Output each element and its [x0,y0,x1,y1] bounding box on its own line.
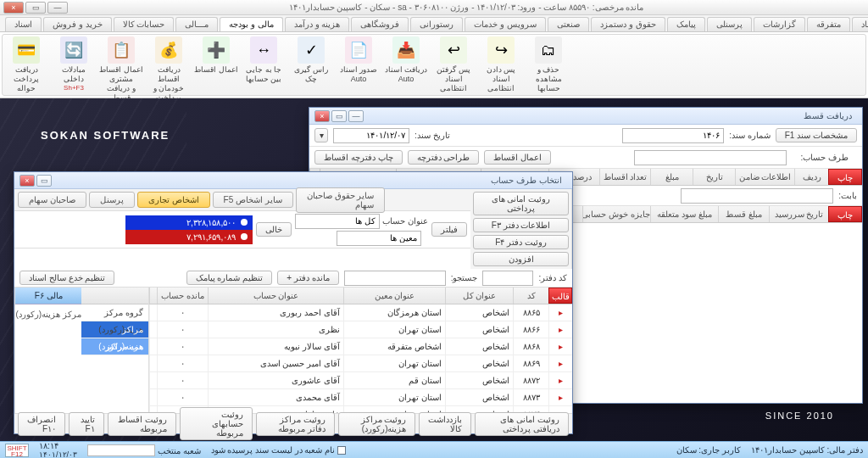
winB-max-button[interactable]: ▭ [36,175,52,187]
apply-installment-button[interactable]: اعمال اقساط [484,150,551,165]
footer-button[interactable]: بازدداشت کالا [419,412,471,436]
acct-tab[interactable]: سایر اشخاص F5 [213,192,293,208]
footer-button[interactable]: تایید F۱ [69,412,104,436]
footer-button[interactable]: روئیت امانی های دریافتی پرداختی [475,412,569,436]
shift-f12-badge[interactable]: SHIFTF12 [5,444,29,457]
gridB-col[interactable]: عنوان کل [445,288,513,304]
main-tabs: اسنادخرید و فروشحسابات کالامـــالیمالی و… [0,15,868,32]
gridA2-col[interactable]: مبلغ سود متعلقه [650,206,718,222]
party-input[interactable] [634,150,787,165]
babat-input[interactable] [681,188,833,204]
gridA1-col[interactable]: اطلاعات ضامن [735,169,794,185]
side-action-button[interactable]: افزودن [473,252,569,266]
main-tab[interactable]: صنعتی [548,17,589,31]
doc-no-label: شماره سند: [729,131,771,140]
main-tab[interactable]: گزارشات [754,17,805,31]
window-max-button[interactable]: ▭ [25,2,46,14]
window-min-button[interactable]: — [47,2,68,14]
account-row[interactable]: ▸۸۸۷۳اشخاصاستان تهرانآقای محمدی۰ [149,389,572,406]
doc-date-label: تاریخ سند: [415,131,450,140]
gridA1-col[interactable]: چاپ [828,169,862,185]
main-tab[interactable]: حقوق و دستمزد [591,17,665,31]
main-tab[interactable]: خرید و فروش [43,17,112,31]
empty-button[interactable]: خالی [256,222,292,237]
cost-center-item[interactable]: گروه مرکز هزینه(رکورد) [81,304,148,321]
acct-tab[interactable]: پرسنل [89,192,135,208]
gridA2-col[interactable]: مبلغ قسط [718,206,769,222]
gridB-col[interactable]: کد [513,288,548,304]
side-action-button[interactable]: اطلاعات دفتر F۳ [473,218,569,232]
acct-title-input[interactable] [295,214,380,229]
side-action-button[interactable]: روئیت امانی های پرداختی [473,192,569,215]
status-db: دفتر مالی: کاسپین حسابدار۱۴۰۱ [751,445,863,455]
main-tab[interactable]: حسابات کالا [114,17,175,31]
winA-close-button[interactable]: × [314,110,330,122]
date-picker-button[interactable]: ▾ [314,128,328,142]
winA-max-button[interactable]: ▭ [331,110,347,122]
main-tab[interactable]: پیامک [667,17,705,31]
column-settings-button[interactable]: تنظیم خدع سالح اسناد [19,271,114,285]
side-action-button[interactable]: روئیت دفتر F۴ [473,235,569,249]
workspace: SOKAN SOFTWARE SINCE 2010 × ▭ — دریافت ق… [0,98,868,441]
grid-action-col[interactable]: قالب [548,288,572,304]
f6-value: مرکز هزینه(رکورد) [15,304,81,413]
doc-spec-button[interactable]: مشخصات سند F1 [776,128,857,142]
gridA2-col[interactable]: چاپ [828,206,862,222]
design-booklet-button[interactable]: طراحی دفترچه [408,150,480,165]
footer-button[interactable]: انصراف F۱۰ [18,412,65,436]
account-row[interactable]: ▸۸۸۶۸اشخاصاشخاص متفرقهآقای سالار نبویه۰ [149,338,572,355]
balance-toggle-button[interactable]: مانده دفتر + [277,271,338,285]
gridA2-col[interactable]: جایزه خوش حسابی [582,206,650,222]
main-tab[interactable]: اسناد [5,17,42,31]
print-booklet-button[interactable]: چاپ دفترچه اقساط [314,150,403,165]
sms-number-button[interactable]: تنظیم شماره پیامک [186,271,273,285]
footer-button[interactable]: روئیت مراکز هزینه(رکورد) [338,412,415,436]
gridA1-col[interactable]: ردیف [794,169,828,185]
window-close-button[interactable]: × [3,2,24,14]
filter-button[interactable]: فیلتر [431,222,467,237]
acct-tab[interactable]: سایر حقوق صاحبانسهام [296,187,386,213]
winB-close-button[interactable]: × [19,175,35,187]
search-input[interactable] [344,271,446,286]
branch-ask-checkbox[interactable] [337,446,346,455]
footer-button[interactable]: روئیت حسابهای مربوطه [180,407,253,440]
gridB-col[interactable]: مانده حساب [157,288,208,304]
main-tab[interactable]: مالی و بودجه [220,17,283,31]
account-row[interactable]: ▸۸۸۶۹اشخاصاستان تهرانآقای امیر حسین اسدی… [149,355,572,372]
main-tab[interactable]: پرسنلی [707,17,752,31]
babat-label: بابت: [838,191,857,200]
footer-button[interactable]: روئیت مراکز دفاتر مربوطه [256,412,335,436]
main-tab[interactable]: فروشگاهی [351,17,409,31]
account-row[interactable]: ▸۸۸۷۲اشخاصاستان قمآقای عاشوری۰ [149,372,572,389]
cost-center-item[interactable]: همه مراکز هزینه(رکورد) [81,338,148,355]
window-title: سکان - کاسپین حسابدار۱۴۰۱ - sa - مانده م… [68,3,865,12]
acct-tab[interactable]: اشخاص تجاری [137,192,210,208]
main-tab[interactable]: متفرقه [807,17,850,31]
doc-no-input[interactable] [622,128,724,143]
winA-min-button[interactable]: — [348,110,364,122]
main-tab[interactable]: کنترل اسناد [852,17,868,31]
code-input[interactable] [482,271,533,286]
doc-date-input[interactable] [333,128,409,143]
acct-title-label: عنوان حساب [382,216,428,226]
acct-moin-input[interactable] [337,231,421,246]
party-label-btn: طرف حساب: [792,151,857,164]
main-tab[interactable]: هزینه و درآمد [285,17,350,31]
f6-head[interactable]: مالی F۶ [15,288,81,304]
gridB-col[interactable]: عنوان معین [343,288,445,304]
gridA1-col[interactable]: تاریخ [693,169,735,185]
winA-title: دریافت قسط [364,111,857,120]
gridA1-col[interactable]: مبلغ [650,169,693,185]
main-tab[interactable]: سرویس و خدمات [465,17,546,31]
acct-tab[interactable]: صاحبان سهام [18,192,86,208]
account-row[interactable]: ▸۸۸۶۶اشخاصاستان تهراننظری۰ [149,321,572,338]
cost-center-list: گروه مرکز هزینه(رکورد)مراکز هزینه(رکورد)… [81,288,148,413]
gridA2-col[interactable]: تاریخ سررسید [769,206,828,222]
account-row[interactable]: ▸۸۸۶۵اشخاصاستان هرمزگانآقای احمد ربوری۰ [149,304,572,321]
branch-input[interactable] [87,444,155,456]
main-tab[interactable]: مـــالی [175,17,218,31]
gridB-col[interactable]: عنوان حساب [208,288,343,304]
main-tab[interactable]: رستورانی [410,17,463,31]
footer-button[interactable]: روئیت اقساط مربوطه [108,412,176,436]
gridA1-col[interactable]: تعداد اقساط [599,169,650,185]
